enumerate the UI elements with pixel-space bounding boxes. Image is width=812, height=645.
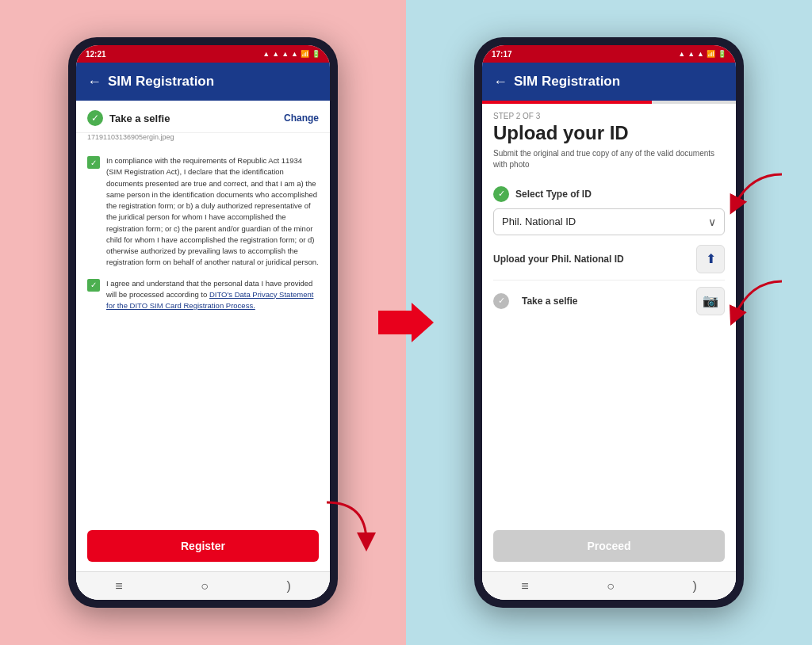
selfie-check-icon: ✓ [87,110,103,126]
proceed-button[interactable]: Proceed [493,530,725,562]
left-nav-bar: ≡ ○ ) [76,571,330,600]
home-icon[interactable]: ○ [201,579,209,593]
left-status-bar: 12:21 ▲ ▲ ▲ ▲ 📶 🔋 [76,45,330,63]
spacer [482,328,736,530]
select-id-row: ✓ Select Type of ID [493,186,725,202]
select-id-label: Select Type of ID [515,189,725,200]
right-phone-screen: 17:17 ▲ ▲ ▲ 📶 🔋 ← SIM Registration [482,45,736,600]
selfie-label: Take a selfie [109,113,284,124]
left-status-time: 12:21 [86,50,106,59]
selfie-right-row: ✓ Take a selfie 📷 [493,287,725,315]
terms-checkbox-1[interactable]: ✓ [87,156,100,169]
right-app-title: SIM Registration [514,74,620,90]
right-nav-bar: ≡ ○ ) [482,571,736,600]
right-back-nav-icon[interactable]: ) [692,579,696,593]
left-panel: 12:21 ▲ ▲ ▲ ▲ 📶 🔋 ← SIM Registration [0,0,406,645]
menu-icon[interactable]: ≡ [115,579,122,593]
selfie-row: ✓ Take a selfie Change [76,101,330,133]
camera-icon: 📷 [703,293,718,308]
curved-arrow-right-top [718,166,790,222]
id-type-dropdown[interactable]: Phil. National ID ∨ [493,208,725,235]
upload-id-button[interactable]: ⬆ [696,245,725,273]
left-app-bar: ← SIM Registration [76,63,330,101]
step-label: STEP 2 OF 3 [482,104,736,122]
terms-item-2: ✓ I agree and understand that the person… [87,278,319,312]
right-home-icon[interactable]: ○ [607,579,615,593]
upload-id-row: Upload your Phil. National ID ⬆ [493,245,725,273]
id-section: ✓ Select Type of ID Phil. National ID ∨ … [482,180,736,328]
right-menu-icon[interactable]: ≡ [521,579,528,593]
terms-item-1: ✓ In compliance with the requirements of… [87,155,319,269]
terms-text-1: In compliance with the requirements of R… [106,155,319,269]
right-screen-content: STEP 2 OF 3 Upload your ID Submit the or… [482,101,736,600]
change-button[interactable]: Change [284,113,319,124]
left-screen-content: ✓ Take a selfie Change 17191103136905erg… [76,101,330,600]
right-phone: 17:17 ▲ ▲ ▲ 📶 🔋 ← SIM Registration [474,37,744,608]
back-nav-icon[interactable]: ) [286,579,290,593]
selfie-right-label: Take a selfie [522,296,696,307]
register-button[interactable]: Register [87,530,319,562]
curved-arrow-right-bottom [718,273,790,329]
right-back-icon[interactable]: ← [493,74,508,90]
upload-title: Upload your ID [482,122,736,145]
id-type-value: Phil. National ID [502,216,576,227]
left-back-icon[interactable]: ← [87,74,102,90]
upload-subtitle: Submit the original and true copy of any… [482,145,736,180]
divider [493,280,725,281]
selfie-circle-icon: ✓ [493,293,509,309]
selfie-filename: 17191103136905ergin.jpeg [76,133,330,147]
upload-icon: ⬆ [706,251,716,266]
left-phone: 12:21 ▲ ▲ ▲ ▲ 📶 🔋 ← SIM Registration [68,37,338,608]
chevron-down-icon: ∨ [708,216,716,228]
select-id-check-icon: ✓ [493,186,509,202]
right-status-icons: ▲ ▲ ▲ 📶 🔋 [678,50,726,58]
right-status-time: 17:17 [492,50,512,59]
terms-checkbox-2[interactable]: ✓ [87,279,100,292]
left-app-title: SIM Registration [108,74,214,90]
right-panel: 17:17 ▲ ▲ ▲ 📶 🔋 ← SIM Registration [406,0,812,645]
upload-id-label: Upload your Phil. National ID [493,254,696,265]
left-phone-screen: 12:21 ▲ ▲ ▲ ▲ 📶 🔋 ← SIM Registration [76,45,330,600]
right-app-bar: ← SIM Registration [482,63,736,101]
big-arrow [378,303,434,342]
terms-section: ✓ In compliance with the requirements of… [76,147,330,524]
right-status-bar: 17:17 ▲ ▲ ▲ 📶 🔋 [482,45,736,63]
terms-text-2: I agree and understand that the personal… [106,278,319,312]
center-arrow-container [378,303,434,342]
left-status-icons: ▲ ▲ ▲ ▲ 📶 🔋 [262,50,320,58]
